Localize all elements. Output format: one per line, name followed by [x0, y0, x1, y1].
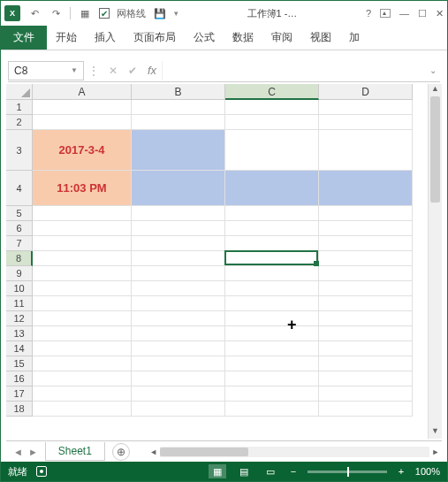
cell-C9[interactable]	[225, 266, 319, 281]
cell-B16[interactable]	[132, 371, 225, 386]
view-page-break-button[interactable]: ▭	[262, 464, 279, 478]
cell-C15[interactable]	[225, 356, 319, 371]
minimize-button[interactable]: —	[399, 8, 409, 19]
tab-data[interactable]: 数据	[224, 26, 262, 50]
cell-A1[interactable]	[33, 100, 132, 115]
cell-D16[interactable]	[319, 371, 413, 386]
cell-A16[interactable]	[33, 371, 132, 386]
cell-C11[interactable]	[225, 296, 319, 311]
select-all-button[interactable]	[6, 84, 33, 100]
cell-A3[interactable]: 2017-3-4	[33, 130, 132, 171]
cell-A10[interactable]	[33, 281, 132, 296]
col-header-C[interactable]: C	[225, 84, 319, 100]
tab-page-layout[interactable]: 页面布局	[125, 26, 185, 50]
macro-record-icon[interactable]	[36, 466, 47, 477]
cell-D8[interactable]	[319, 251, 413, 266]
qat-more-icon[interactable]: ▾	[174, 9, 178, 18]
row-header-1[interactable]: 1	[6, 100, 33, 115]
cell-A8[interactable]	[33, 251, 132, 266]
cell-A7[interactable]	[33, 236, 132, 251]
cell-C2[interactable]	[225, 115, 319, 130]
gridlines-checkbox[interactable]: ✔	[99, 8, 110, 19]
cell-C1[interactable]	[225, 100, 319, 115]
scroll-down-icon[interactable]: ▼	[429, 426, 442, 439]
cell-D6[interactable]	[319, 221, 413, 236]
cell-C13[interactable]	[225, 326, 319, 341]
column-headers[interactable]: ABCD	[33, 84, 428, 100]
cell-B1[interactable]	[132, 100, 225, 115]
zoom-out-button[interactable]: −	[288, 466, 299, 477]
undo-button[interactable]: ↶	[27, 6, 42, 20]
cell-B3[interactable]	[132, 130, 225, 171]
close-button[interactable]: ✕	[436, 8, 444, 19]
cell-B5[interactable]	[132, 206, 225, 221]
chevron-down-icon[interactable]: ▼	[71, 66, 78, 74]
cell-A6[interactable]	[33, 221, 132, 236]
cell-C3[interactable]	[225, 130, 319, 171]
row-header-4[interactable]: 4	[6, 171, 33, 206]
tab-more[interactable]: 加	[340, 26, 368, 50]
cell-A4[interactable]: 11:03 PM	[33, 171, 132, 206]
sheet-next-icon[interactable]: ►	[28, 447, 38, 457]
cell-C10[interactable]	[225, 281, 319, 296]
sheet-tab[interactable]: Sheet1	[45, 442, 105, 461]
tab-home[interactable]: 开始	[47, 26, 86, 50]
cell-D17[interactable]	[319, 386, 413, 402]
cell-B7[interactable]	[132, 236, 225, 251]
row-header-7[interactable]: 7	[6, 236, 33, 251]
cell-A5[interactable]	[33, 206, 132, 221]
expand-formula-icon[interactable]: ⌄	[426, 65, 440, 75]
col-header-B[interactable]: B	[132, 84, 225, 100]
cell-C5[interactable]	[225, 206, 319, 221]
name-box[interactable]: C8 ▼	[8, 61, 84, 80]
cell-B18[interactable]	[132, 402, 225, 417]
ribbon-options-button[interactable]: ▴	[380, 9, 391, 18]
cell-D11[interactable]	[319, 296, 413, 311]
tab-insert[interactable]: 插入	[86, 26, 125, 50]
cell-C16[interactable]	[225, 371, 319, 386]
row-header-5[interactable]: 5	[6, 206, 33, 221]
enter-icon[interactable]: ✔	[123, 61, 142, 80]
vertical-scrollbar[interactable]: ▲ ▼	[428, 84, 442, 439]
add-sheet-button[interactable]: ⊕	[112, 443, 130, 461]
cell-D18[interactable]	[319, 402, 413, 417]
maximize-button[interactable]: ☐	[418, 8, 427, 19]
cell-A9[interactable]	[33, 266, 132, 281]
scroll-left-icon[interactable]: ◄	[148, 448, 160, 456]
cell-D9[interactable]	[319, 266, 413, 281]
help-button[interactable]: ?	[366, 8, 371, 19]
cell-D13[interactable]	[319, 326, 413, 341]
cell-B10[interactable]	[132, 281, 225, 296]
cell-C14[interactable]	[225, 341, 319, 356]
row-header-18[interactable]: 18	[6, 402, 33, 417]
col-header-D[interactable]: D	[319, 84, 413, 100]
cell-C6[interactable]	[225, 221, 319, 236]
cell-C8[interactable]	[225, 251, 319, 266]
cell-D15[interactable]	[319, 356, 413, 371]
cell-B12[interactable]	[132, 311, 225, 326]
cell-B13[interactable]	[132, 326, 225, 341]
cell-D3[interactable]	[319, 130, 413, 171]
tab-formulas[interactable]: 公式	[185, 26, 224, 50]
cells-container[interactable]: 2017-3-411:03 PM	[33, 100, 428, 439]
horizontal-scrollbar[interactable]: ◄ ►	[148, 447, 442, 457]
row-header-15[interactable]: 15	[6, 356, 33, 371]
cell-B17[interactable]	[132, 386, 225, 402]
row-header-8[interactable]: 8	[6, 251, 33, 266]
formula-input[interactable]	[162, 61, 426, 80]
zoom-slider[interactable]	[308, 471, 387, 473]
cell-C7[interactable]	[225, 236, 319, 251]
fx-button[interactable]: fx	[142, 61, 162, 80]
cell-D1[interactable]	[319, 100, 413, 115]
cell-A12[interactable]	[33, 311, 132, 326]
tab-review[interactable]: 审阅	[262, 26, 301, 50]
row-header-11[interactable]: 11	[6, 296, 33, 311]
scroll-up-icon[interactable]: ▲	[429, 84, 442, 96]
cell-D10[interactable]	[319, 281, 413, 296]
cell-B2[interactable]	[132, 115, 225, 130]
file-tab[interactable]: 文件	[1, 26, 47, 50]
cell-B6[interactable]	[132, 221, 225, 236]
cell-D4[interactable]	[319, 171, 413, 206]
save-button[interactable]: 💾	[153, 6, 167, 20]
cell-A15[interactable]	[33, 356, 132, 371]
